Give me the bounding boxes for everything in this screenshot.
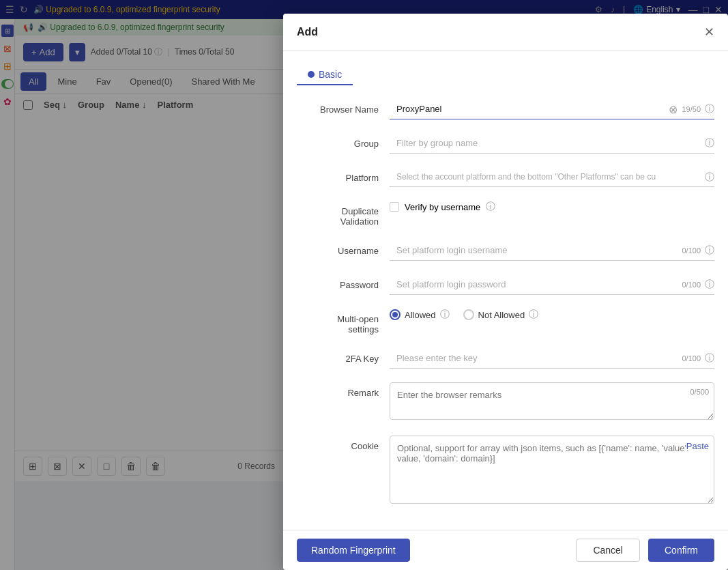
platform-meta: ⓘ [705,171,714,184]
not-allowed-info-icon[interactable]: ⓘ [529,309,538,321]
browser-name-input[interactable] [390,99,714,119]
confirm-button[interactable]: Confirm [648,539,714,562]
tab-basic[interactable]: Basic [297,65,353,85]
section-dot [308,71,315,78]
username-input[interactable] [390,240,714,261]
not-allowed-option[interactable]: Not Allowed ⓘ [463,309,539,321]
allowed-radio[interactable] [390,309,401,320]
2fa-control: 0/100 ⓘ [390,348,714,369]
multi-open-label: Multi-opensettings [297,309,379,334]
modal-close-button[interactable]: ✕ [704,25,714,40]
browser-name-meta: ⊗ 19/50 ⓘ [669,103,714,116]
username-info-icon[interactable]: ⓘ [705,244,714,257]
add-modal: Add ✕ Basic Browser Name ⊗ 19/50 ⓘ [283,14,728,570]
cookie-control: Paste [390,436,714,506]
allowed-option[interactable]: Allowed ⓘ [390,309,450,321]
verify-username-info-icon[interactable]: ⓘ [486,201,495,213]
modal-footer: Random Fingerprint Cancel Confirm [283,530,728,570]
2fa-count: 0/100 [682,354,701,362]
2fa-label: 2FA Key [297,348,379,364]
browser-name-count: 19/50 [682,105,701,113]
field-multi-open: Multi-opensettings Allowed ⓘ Not Allowed… [297,309,714,334]
field-password: Password 0/100 ⓘ [297,274,714,295]
verify-username-label: Verify by username [405,202,480,212]
allowed-radio-inner [392,312,398,317]
username-count: 0/100 [682,246,701,255]
field-browser-name: Browser Name ⊗ 19/50 ⓘ [297,99,714,119]
password-label: Password [297,274,379,290]
browser-name-info-icon[interactable]: ⓘ [705,103,714,115]
field-2fa: 2FA Key 0/100 ⓘ [297,348,714,369]
cancel-button[interactable]: Cancel [576,539,640,562]
password-input[interactable] [390,274,714,295]
2fa-info-icon[interactable]: ⓘ [705,352,714,365]
browser-name-label: Browser Name [297,99,379,115]
field-cookie: Cookie Paste [297,436,714,506]
not-allowed-radio[interactable] [463,309,474,320]
group-control: Filter by group name ⓘ [390,133,714,154]
username-control: 0/100 ⓘ [390,240,714,261]
modal-header: Add ✕ [283,14,728,51]
random-fingerprint-button[interactable]: Random Fingerprint [297,539,410,562]
multi-open-control: Allowed ⓘ Not Allowed ⓘ [390,309,714,321]
password-wrapper: 0/100 ⓘ [390,274,714,295]
remark-wrapper: 0/500 [390,382,714,422]
password-control: 0/100 ⓘ [390,274,714,295]
group-meta: ⓘ [705,137,714,149]
2fa-wrapper: 0/100 ⓘ [390,348,714,369]
browser-name-control: ⊗ 19/50 ⓘ [390,99,714,119]
platform-info-icon[interactable]: ⓘ [705,171,714,184]
username-label: Username [297,240,379,256]
allowed-label: Allowed [405,310,436,320]
modal-footer-actions: Cancel Confirm [576,539,714,562]
verify-username-row: Verify by username ⓘ [390,201,714,213]
remark-label: Remark [297,382,379,398]
multi-open-radio-group: Allowed ⓘ Not Allowed ⓘ [390,309,714,321]
field-duplicate-validation: DuplicateValidation Verify by username ⓘ [297,201,714,227]
modal-body: Basic Browser Name ⊗ 19/50 ⓘ Group [283,51,728,530]
group-label: Group [297,133,379,149]
platform-label: Platform [297,167,379,183]
cookie-label: Cookie [297,436,379,451]
field-platform: Platform Select the account platform and… [297,167,714,187]
group-info-icon[interactable]: ⓘ [705,137,714,149]
2fa-meta: 0/100 ⓘ [682,352,714,365]
username-wrapper: 0/100 ⓘ [390,240,714,261]
password-count: 0/100 [682,281,701,289]
duplicate-validation-control: Verify by username ⓘ [390,201,714,213]
remark-textarea[interactable] [390,382,714,420]
platform-wrapper: Select the account platform and the bott… [390,167,714,187]
paste-button[interactable]: Paste [686,441,709,451]
duplicate-validation-label: DuplicateValidation [297,201,379,227]
platform-select[interactable]: Select the account platform and the bott… [390,167,714,187]
cookie-textarea[interactable] [390,436,714,504]
field-group: Group Filter by group name ⓘ [297,133,714,154]
group-wrapper: Filter by group name ⓘ [390,133,714,154]
clear-browser-name-icon[interactable]: ⊗ [669,103,678,116]
platform-control: Select the account platform and the bott… [390,167,714,187]
verify-username-checkbox[interactable] [390,202,399,212]
password-meta: 0/100 ⓘ [682,279,714,291]
group-select[interactable]: Filter by group name [390,133,714,154]
password-info-icon[interactable]: ⓘ [705,279,714,291]
section-tabs: Basic [297,65,714,85]
browser-name-wrapper: ⊗ 19/50 ⓘ [390,99,714,119]
2fa-input[interactable] [390,348,714,369]
remark-count: 0/500 [690,388,709,396]
allowed-info-icon[interactable]: ⓘ [440,309,450,321]
modal-title: Add [297,26,318,38]
field-remark: Remark 0/500 [297,382,714,422]
tab-basic-label: Basic [319,69,342,80]
remark-control: 0/500 [390,382,714,422]
field-username: Username 0/100 ⓘ [297,240,714,261]
cookie-wrapper: Paste [390,436,714,506]
username-meta: 0/100 ⓘ [682,244,714,257]
not-allowed-label: Not Allowed [478,310,525,320]
